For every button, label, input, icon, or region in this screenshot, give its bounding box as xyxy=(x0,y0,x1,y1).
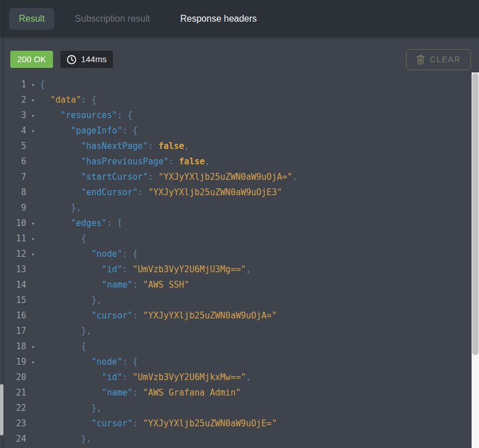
line-number: 21 xyxy=(0,385,26,401)
line-number: 4 xyxy=(0,123,26,139)
line-number: 11 xyxy=(0,231,26,247)
fold-toggle-icon[interactable]: ▾ xyxy=(26,339,40,354)
code-line: 22 }, xyxy=(0,401,472,416)
line-number: 2 xyxy=(0,92,26,108)
line-number: 5 xyxy=(0,139,26,154)
line-number: 18 xyxy=(0,339,26,354)
code-text: "endCursor": "YXJyYXljb25uZWN0aW9uOjE3" xyxy=(40,185,282,200)
code-line: 12▾ "node": { xyxy=(0,247,472,262)
code-text: "data": { xyxy=(40,92,96,108)
line-number: 7 xyxy=(0,169,26,185)
code-text: "cursor": "YXJyYXljb25uZWN0aW9uOjA=" xyxy=(40,308,277,324)
line-number: 10 xyxy=(0,216,26,231)
code-line: 14 "name": "AWS SSH" xyxy=(0,277,472,293)
code-text: "node": { xyxy=(40,247,138,262)
line-number: 15 xyxy=(0,293,26,308)
result-tabbar: Result Subscription result Response head… xyxy=(0,0,479,38)
code-line: 18▾ { xyxy=(0,339,472,354)
code-vertical-scrollbar[interactable] xyxy=(472,72,479,448)
fold-toggle-icon[interactable]: ▾ xyxy=(26,231,40,247)
code-line: 21 "name": "AWS Grafana Admin" xyxy=(0,385,472,401)
code-line: 20 "id": "UmVzb3VyY2U6MjkxMw==", xyxy=(0,370,472,385)
code-line: 13 "id": "UmVzb3VyY2U6MjU3Mg==", xyxy=(0,262,472,277)
trash-icon xyxy=(416,55,425,64)
code-text: }, xyxy=(40,401,102,416)
result-panel: 200 OK 144ms xyxy=(0,39,479,448)
code-line: 19▾ "node": { xyxy=(0,354,472,370)
line-number: 3 xyxy=(0,108,26,123)
code-text: "name": "AWS SSH" xyxy=(40,277,189,293)
code-line: 15 }, xyxy=(0,293,472,308)
code-text: "hasNextPage": false, xyxy=(40,139,189,154)
line-number: 14 xyxy=(0,277,26,293)
line-number: 24 xyxy=(0,431,26,447)
code-text: "node": { xyxy=(40,354,138,370)
code-text: "cursor": "YXJyYXljb25uZWN0aW9uOjE=" xyxy=(40,416,277,431)
code-text: "resources": { xyxy=(40,108,133,123)
code-line: 17 }, xyxy=(0,324,472,339)
clock-icon xyxy=(67,55,76,64)
line-number: 17 xyxy=(0,324,26,339)
code-line: 23 "cursor": "YXJyYXljb25uZWN0aW9uOjE=" xyxy=(0,416,472,431)
code-text: "name": "AWS Grafana Admin" xyxy=(40,385,241,401)
code-text: "id": "UmVzb3VyY2U6MjU3Mg==", xyxy=(40,262,251,277)
line-number: 19 xyxy=(0,354,26,370)
tab-subscription-result[interactable]: Subscription result xyxy=(65,8,160,30)
line-number: 20 xyxy=(0,370,26,385)
clear-button[interactable]: CLEAR xyxy=(406,49,471,70)
tab-result[interactable]: Result xyxy=(9,8,54,30)
code-text: "hasPreviousPage": false, xyxy=(40,154,210,169)
code-line: 7 "startCursor": "YXJyYXljb25uZWN0aW9uOj… xyxy=(0,169,472,185)
line-number: 22 xyxy=(0,401,26,416)
code-text: "edges": [ xyxy=(40,216,123,231)
code-text: { xyxy=(40,77,45,92)
response-time-badge: 144ms xyxy=(60,51,113,68)
line-number: 6 xyxy=(0,154,26,169)
fold-toggle-icon[interactable]: ▾ xyxy=(26,247,40,262)
left-scrollbar-thumb[interactable] xyxy=(0,384,3,435)
code-text: "startCursor": "YXJyYXljb25uZWN0aW9uOjA=… xyxy=(40,169,298,185)
fold-toggle-icon[interactable]: ▾ xyxy=(26,92,40,108)
fold-toggle-icon[interactable]: ▾ xyxy=(26,77,40,92)
code-text: }, xyxy=(40,293,102,308)
code-text: }, xyxy=(40,431,91,447)
line-number: 12 xyxy=(0,247,26,262)
status-badge: 200 OK xyxy=(10,51,53,68)
code-line: 11▾ { xyxy=(0,231,472,247)
line-number: 8 xyxy=(0,185,26,200)
code-line: 9 }, xyxy=(0,200,472,216)
code-editor: 1▾{2▾ "data": {3▾ "resources": {4▾ "page… xyxy=(0,76,472,448)
code-line: 2▾ "data": { xyxy=(0,92,472,108)
clear-button-label: CLEAR xyxy=(430,55,461,64)
code-line: 3▾ "resources": { xyxy=(0,108,472,123)
line-number: 9 xyxy=(0,200,26,216)
code-line: 1▾{ xyxy=(0,77,472,92)
code-line: 4▾ "pageInfo": { xyxy=(0,123,472,139)
code-line: 8 "endCursor": "YXJyYXljb25uZWN0aW9uOjE3… xyxy=(0,185,472,200)
response-time-label: 144ms xyxy=(81,54,107,64)
code-text: }, xyxy=(40,324,91,339)
line-number: 1 xyxy=(0,77,26,92)
tab-response-headers[interactable]: Response headers xyxy=(171,8,266,30)
code-text: }, xyxy=(40,200,81,216)
code-line: 6 "hasPreviousPage": false, xyxy=(0,154,472,169)
code-line: 5 "hasNextPage": false, xyxy=(0,139,472,154)
code-text: "id": "UmVzb3VyY2U6MjkxMw==", xyxy=(40,370,251,385)
code-line: 16 "cursor": "YXJyYXljb25uZWN0aW9uOjA=" xyxy=(0,308,472,324)
line-number: 16 xyxy=(0,308,26,324)
graphql-response-pane: Result Subscription result Response head… xyxy=(0,0,479,448)
line-number: 23 xyxy=(0,416,26,431)
fold-toggle-icon[interactable]: ▾ xyxy=(26,123,40,139)
fold-toggle-icon[interactable]: ▾ xyxy=(26,108,40,123)
code-line: 24 }, xyxy=(0,431,472,447)
response-statusbar: 200 OK 144ms xyxy=(0,39,479,71)
code-text: "pageInfo": { xyxy=(40,123,138,139)
code-text: { xyxy=(40,231,86,247)
code-line: 10▾ "edges": [ xyxy=(0,216,472,231)
code-scrollbar-thumb[interactable] xyxy=(472,73,478,355)
code-text: { xyxy=(40,339,86,354)
fold-toggle-icon[interactable]: ▾ xyxy=(26,216,40,231)
fold-toggle-icon[interactable]: ▾ xyxy=(26,354,40,370)
left-pane-divider[interactable] xyxy=(3,0,3,448)
line-number: 13 xyxy=(0,262,26,277)
